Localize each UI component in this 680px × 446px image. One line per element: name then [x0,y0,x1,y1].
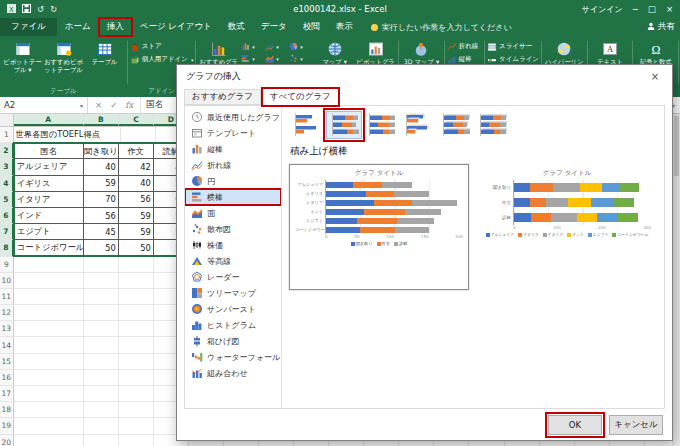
ribbon-tab[interactable]: ホーム [57,18,99,36]
ribbon-tab[interactable]: 校閲 [295,18,328,36]
dialog-title-bar[interactable]: グラフの挿入 [177,65,672,87]
row-header[interactable]: 1 [0,127,14,143]
scatter-chart-mini-icon[interactable]: ▾ [289,53,312,64]
ribbon-button[interactable]: マップ ▾ [314,37,355,66]
sheet-cell[interactable]: 59 [119,224,154,240]
sheet-cell[interactable] [14,386,84,402]
column-chart-mini-icon[interactable]: ▾ [241,41,264,52]
dialog-tab[interactable]: すべてのグラフ [262,88,339,106]
ribbon-button[interactable]: 3D マップ ▾ [401,37,442,66]
ok-button[interactable]: OK [548,415,602,435]
sign-in-button[interactable]: サインイン [582,4,623,15]
sheet-cell[interactable] [84,354,119,370]
name-box[interactable]: A2 [0,97,88,113]
ribbon-tab[interactable]: 表示 [328,18,361,36]
confirm-entry-icon[interactable] [110,100,117,110]
sheet-cell[interactable] [84,321,119,337]
row-header[interactable]: 18 [0,402,14,418]
stacked100_3d-bar-subtype-icon[interactable] [474,111,510,139]
select-all-corner[interactable] [0,114,14,126]
row-header[interactable]: 2 [0,143,14,159]
file-tab[interactable]: ファイル [0,18,57,36]
chart-type-item[interactable]: サンバースト [185,301,281,317]
sheet-cell[interactable] [119,435,154,446]
chart-type-item[interactable]: 最近使用したグラフ [185,109,281,125]
maximize-icon[interactable] [648,4,656,14]
sheet-cell[interactable] [119,305,154,321]
sheet-cell[interactable]: イタリア [14,192,84,208]
stacked3d-bar-subtype-icon[interactable] [437,111,473,139]
chart-preview-primary[interactable]: グラフ タイトルアルジェリアイギリスイタリアインドエジプトコートジボワール050… [289,164,469,290]
vertical-scrollbar[interactable] [672,114,680,446]
row-header[interactable]: 4 [0,176,14,192]
sheet-cell[interactable]: 42 [119,159,154,175]
chevron-down-icon[interactable] [80,100,83,110]
sheet-cell[interactable] [84,289,119,305]
chart-type-item[interactable]: ヒストグラム [185,317,281,333]
sheet-cell[interactable] [119,289,154,305]
insert-function-icon[interactable]: fx [125,100,133,110]
ribbon-button[interactable]: Ω記号と数式 [635,37,676,66]
stacked100-bar-subtype-icon[interactable] [363,111,399,139]
row-header[interactable]: 15 [0,354,14,370]
sheet-cell[interactable] [14,289,84,305]
sheet-cell[interactable] [119,337,154,353]
chart-type-item[interactable]: 縦棒 [185,141,281,157]
ribbon-button[interactable]: おすすめピボットテーブル [43,37,84,73]
cancel-entry-icon[interactable] [95,100,102,110]
sheet-cell[interactable]: 56 [84,208,119,224]
cancel-button[interactable]: キャンセル [609,415,663,435]
sheet-cell[interactable] [119,418,154,434]
sheet-cell[interactable] [84,273,119,289]
chart-type-item[interactable]: 組み合わせ [185,365,281,381]
ribbon-tab[interactable]: 数式 [220,18,253,36]
sheet-cell[interactable]: 国名 [14,143,84,159]
sheet-cell[interactable] [14,273,84,289]
tell-me-box[interactable]: 実行したい作業を入力してください [371,18,512,36]
save-icon[interactable] [22,4,31,15]
column-header[interactable]: C [119,114,154,126]
sheet-cell[interactable]: 59 [119,208,154,224]
sheet-cell[interactable]: 聞き取り [84,143,119,159]
ribbon-button[interactable]: Aテキスト [589,37,630,66]
sheet-cell[interactable]: アルジェリア [14,159,84,175]
chart-type-item[interactable]: 面 [185,205,281,221]
ribbon-button[interactable]: テーブル [84,37,125,66]
sheet-cell[interactable] [14,354,84,370]
sheet-cell[interactable]: 50 [119,240,154,256]
scrollbar-thumb[interactable] [674,116,679,176]
line-chart-mini-icon[interactable]: ▾ [265,41,288,52]
row-header[interactable]: 6 [0,208,14,224]
chart-type-item[interactable]: ツリーマップ [185,285,281,301]
sheet-cell[interactable] [119,257,154,273]
ribbon-tab[interactable]: データ [253,18,295,36]
row-header[interactable]: 7 [0,224,14,240]
sheet-cell[interactable] [119,321,154,337]
row-header[interactable]: 10 [0,273,14,289]
sheet-cell[interactable] [14,435,84,446]
sheet-cell[interactable] [84,370,119,386]
sheet-cell[interactable] [84,386,119,402]
row-header[interactable]: 5 [0,192,14,208]
share-button[interactable]: 共有 [647,18,680,36]
chart-type-item[interactable]: 株価 [185,237,281,253]
chart-type-item[interactable]: 折れ線 [185,157,281,173]
sheet-cell[interactable]: 45 [84,224,119,240]
sheet-cell[interactable] [14,337,84,353]
row-header[interactable]: 16 [0,370,14,386]
sheet-cell[interactable] [14,305,84,321]
ribbon-button[interactable]: ストア [130,40,194,53]
sheet-cell[interactable] [84,435,119,446]
ribbon-button[interactable]: スライサー [487,40,539,53]
row-header[interactable]: 3 [0,159,14,175]
sheet-cell[interactable] [84,337,119,353]
stacked-bar-subtype-icon[interactable] [326,111,362,139]
sheet-cell[interactable] [14,418,84,434]
chart-preview-secondary[interactable]: グラフ タイトル聞き取り作文読解0100200300アルジェリアイギリスイタリア… [477,164,657,290]
sheet-cell[interactable] [14,370,84,386]
chart-type-item[interactable]: 散布図 [185,221,281,237]
clustered3d-bar-subtype-icon[interactable] [400,111,436,139]
chart-type-item[interactable]: 横棒 [185,189,281,205]
sheet-cell[interactable] [119,386,154,402]
area-chart-mini-icon[interactable]: ▾ [265,53,288,64]
